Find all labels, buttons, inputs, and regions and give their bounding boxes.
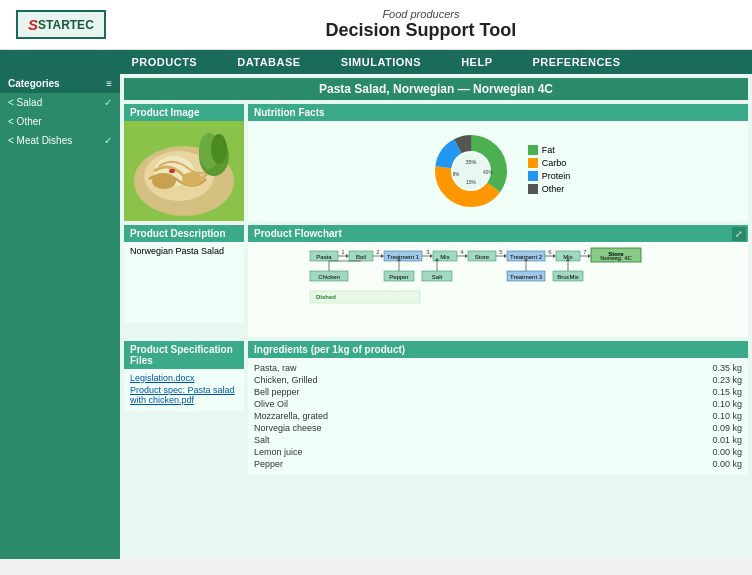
content-area: Categories ≡ < Salad ✓ < Other < Meat Di…: [0, 74, 752, 559]
description-content: Norwegian Pasta Salad: [124, 242, 244, 322]
legend-carbo-label: Carbo: [542, 158, 567, 168]
top-grid: Product Image: [124, 104, 748, 221]
sidebar-meat-check: ✓: [104, 135, 112, 146]
ingredient-name: Pasta, raw: [254, 363, 297, 373]
sidebar-menu-icon[interactable]: ≡: [106, 78, 112, 89]
flowchart-content: Pasta Boil Treatment 1: [248, 242, 748, 337]
svg-text:Store: Store: [475, 254, 490, 260]
product-title: Pasta Salad, Norwegian — Norwegian 4C: [319, 82, 553, 96]
spec-link-product[interactable]: Product spec: Pasta salad with chicken.p…: [130, 385, 238, 405]
ingredient-amount: 0.00 kg: [712, 447, 742, 457]
svg-point-9: [152, 173, 176, 189]
nutrition-section-header: Nutrition Facts: [248, 104, 748, 121]
nav-products[interactable]: PRODUCTS: [111, 50, 217, 74]
spec-section: Product Specification Files Legislation.…: [124, 341, 244, 474]
svg-text:Norweg. 4C: Norweg. 4C: [600, 255, 632, 261]
nav-preferences[interactable]: PREFERENCES: [513, 50, 641, 74]
ingredient-amount: 0.15 kg: [712, 387, 742, 397]
ingredient-row: Mozzarella, grated0.10 kg: [254, 410, 742, 422]
header-main-title: Decision Support Tool: [106, 20, 736, 41]
sidebar-header: Categories ≡: [0, 74, 120, 93]
nav-database[interactable]: DATABASE: [217, 50, 320, 74]
svg-text:8%: 8%: [452, 172, 459, 177]
legend-protein: Protein: [528, 171, 571, 181]
svg-point-6: [211, 134, 227, 164]
svg-text:1: 1: [341, 249, 345, 255]
logo-s-icon: S: [28, 16, 38, 33]
sidebar-meat-label: < Meat Dishes: [8, 135, 72, 146]
sidebar-categories-label: Categories: [8, 78, 60, 89]
ingredient-name: Chicken, Grilled: [254, 375, 318, 385]
ingredient-amount: 0.01 kg: [712, 435, 742, 445]
sidebar-item-meat[interactable]: < Meat Dishes ✓: [0, 131, 120, 150]
ingredient-row: Pasta, raw0.35 kg: [254, 362, 742, 374]
protein-color-icon: [528, 171, 538, 181]
ingredient-amount: 0.35 kg: [712, 363, 742, 373]
svg-marker-43: [553, 254, 556, 258]
sidebar-item-other[interactable]: < Other: [0, 112, 120, 131]
sidebar-item-salad[interactable]: < Salad ✓: [0, 93, 120, 112]
ingredient-row: Bell pepper0.15 kg: [254, 386, 742, 398]
svg-marker-31: [430, 254, 433, 258]
nav-help[interactable]: HELP: [441, 50, 512, 74]
svg-text:Dished: Dished: [316, 294, 336, 300]
flowchart-expand-button[interactable]: ⤢: [732, 227, 746, 241]
svg-text:BrucMix: BrucMix: [557, 274, 579, 280]
flowchart-svg: Pasta Boil Treatment 1: [252, 246, 744, 331]
svg-text:Chicken: Chicken: [318, 274, 340, 280]
image-section-header: Product Image: [124, 104, 244, 121]
nutrition-section: Nutrition Facts: [248, 104, 748, 221]
svg-text:Pepper: Pepper: [389, 274, 408, 280]
other-color-icon: [528, 184, 538, 194]
svg-text:6: 6: [548, 249, 552, 255]
donut-svg: 35% 42% 15% 8%: [426, 126, 516, 216]
legend-protein-label: Protein: [542, 171, 571, 181]
svg-text:42%: 42%: [483, 169, 494, 175]
svg-marker-47: [588, 254, 591, 258]
nutrition-legend: Fat Carbo Protein Other: [528, 145, 571, 197]
ingredient-amount: 0.23 kg: [712, 375, 742, 385]
svg-text:35%: 35%: [465, 159, 476, 165]
bottom-grid: Product Specification Files Legislation.…: [124, 341, 748, 474]
svg-marker-35: [465, 254, 468, 258]
legend-carbo: Carbo: [528, 158, 571, 168]
ingredient-name: Lemon juice: [254, 447, 303, 457]
product-image: [124, 121, 244, 221]
ingredient-name: Norvegia cheese: [254, 423, 322, 433]
description-text: Norwegian Pasta Salad: [130, 246, 224, 256]
legend-other-label: Other: [542, 184, 565, 194]
main-nav: PRODUCTS DATABASE SIMULATIONS HELP PREFE…: [0, 50, 752, 74]
right-panel: Pasta Salad, Norwegian — Norwegian 4C Pr…: [120, 74, 752, 559]
nav-simulations[interactable]: SIMULATIONS: [321, 50, 441, 74]
svg-marker-27: [381, 254, 384, 258]
legend-fat: Fat: [528, 145, 571, 155]
flowchart-section-header: Product Flowchart: [248, 225, 748, 242]
logo-area: S STARTEC: [16, 10, 106, 39]
spec-content: Legislation.docx Product spec: Pasta sal…: [124, 369, 244, 411]
ingredients-content: Pasta, raw0.35 kgChicken, Grilled0.23 kg…: [248, 358, 748, 474]
svg-marker-23: [346, 254, 349, 258]
svg-marker-39: [504, 254, 507, 258]
header: S STARTEC Food producers Decision Suppor…: [0, 0, 752, 50]
svg-text:7: 7: [583, 249, 587, 255]
ingredient-name: Bell pepper: [254, 387, 300, 397]
header-subtitle: Food producers: [106, 8, 736, 20]
product-image-svg: [124, 121, 244, 221]
svg-text:2: 2: [376, 249, 380, 255]
legend-other: Other: [528, 184, 571, 194]
ingredient-name: Olive Oil: [254, 399, 288, 409]
product-title-bar: Pasta Salad, Norwegian — Norwegian 4C: [124, 78, 748, 100]
spec-link-legislation[interactable]: Legislation.docx: [130, 373, 238, 383]
svg-text:Treatment 1: Treatment 1: [387, 254, 420, 260]
ingredient-row: Salt0.01 kg: [254, 434, 742, 446]
sidebar: Categories ≡ < Salad ✓ < Other < Meat Di…: [0, 74, 120, 559]
svg-text:Mix: Mix: [440, 254, 449, 260]
ingredient-row: Pepper0.00 kg: [254, 458, 742, 470]
svg-text:3: 3: [426, 249, 430, 255]
svg-rect-7: [169, 169, 175, 173]
svg-text:Treatment 3: Treatment 3: [510, 274, 543, 280]
legend-fat-label: Fat: [542, 145, 555, 155]
ingredient-name: Salt: [254, 435, 270, 445]
ingredient-row: Norvegia cheese0.09 kg: [254, 422, 742, 434]
middle-grid: Product Description Norwegian Pasta Sala…: [124, 225, 748, 337]
